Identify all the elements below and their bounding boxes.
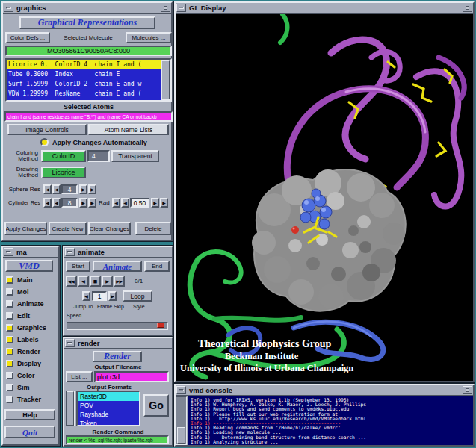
window-menu-icon[interactable] xyxy=(176,4,186,12)
apply-changes-button[interactable]: Apply Changes xyxy=(4,222,47,235)
sidebar-item-tracker[interactable]: Tracker xyxy=(6,394,57,405)
sphere-res-increment-icon[interactable]: ▶ xyxy=(88,184,96,194)
rep-list-scrollbar[interactable] xyxy=(161,60,170,100)
render-titlebar[interactable]: render xyxy=(64,338,172,349)
rad-decrement-icon[interactable]: ◀ xyxy=(112,198,120,208)
sidebar-item-graphics[interactable]: Graphics xyxy=(6,323,57,333)
tab-image-controls[interactable]: Image Controls xyxy=(7,124,87,135)
sidebar-item-main[interactable]: Main xyxy=(6,275,57,285)
stop-icon[interactable]: ■ xyxy=(90,276,101,287)
menu-item-label: Graphics xyxy=(17,324,46,332)
frame-increment-icon[interactable]: ▶ xyxy=(108,291,117,301)
console-scroll-thumb[interactable] xyxy=(177,427,185,444)
selected-molecule-field[interactable]: MO305861C90050AC8:000 xyxy=(5,46,172,56)
cylinder-res-value[interactable]: 8 xyxy=(61,198,78,208)
delete-button[interactable]: Delete xyxy=(135,222,171,235)
rep-list-scroll-thumb[interactable] xyxy=(161,60,170,99)
speed-slider-thumb[interactable] xyxy=(157,323,164,328)
help-button[interactable]: Help xyxy=(4,409,55,420)
format-option[interactable]: Rayshade xyxy=(78,410,139,419)
rewind-icon[interactable]: ◀◀ xyxy=(66,276,77,287)
window-menu-icon[interactable] xyxy=(4,248,13,256)
maximize-icon[interactable] xyxy=(161,4,170,12)
color-defs-button[interactable]: Color Defs ... xyxy=(5,32,50,43)
rad-increment-icon[interactable]: ▶ xyxy=(160,198,168,208)
cylinder-res-increment-icon[interactable]: ▶ xyxy=(88,198,96,208)
output-filename-field[interactable]: plot.r3d xyxy=(94,371,169,382)
main-titlebar[interactable]: ma xyxy=(3,247,58,258)
console-output[interactable]: Info 1) vmd for IRIX5, version 1.1b (Sep… xyxy=(188,396,473,445)
sidebar-item-render[interactable]: Render xyxy=(6,346,57,357)
speed-slider[interactable] xyxy=(67,322,168,330)
sidebar-item-animate[interactable]: Animate xyxy=(6,299,57,309)
fast-forward-icon[interactable]: ▶▶ xyxy=(114,276,125,287)
graphics-window: graphics Graphical Representations Color… xyxy=(1,1,173,241)
rad-increment-icon[interactable]: ▶ xyxy=(151,198,159,208)
play-icon[interactable]: ▶ xyxy=(102,276,113,287)
rad-decrement-icon[interactable]: ◀ xyxy=(121,198,129,208)
representation-row[interactable]: VDW 1.29999 ResName chain E and ( xyxy=(7,89,161,99)
tab-atom-name-lists[interactable]: Atom Name Lists xyxy=(88,124,169,135)
menu-item-label: Sim xyxy=(17,384,30,391)
filename-list-button[interactable]: List ... xyxy=(66,371,93,382)
frame-skip-value[interactable]: 1 xyxy=(92,291,107,301)
console-titlebar[interactable]: vmd console xyxy=(176,385,473,396)
window-menu-icon[interactable] xyxy=(65,248,75,256)
window-menu-icon[interactable] xyxy=(65,339,75,347)
menu-dash-icon xyxy=(179,389,184,391)
maximize-icon[interactable] xyxy=(463,4,472,12)
window-menu-icon[interactable] xyxy=(176,386,186,394)
cylinder-res-increment-icon[interactable]: ▶ xyxy=(79,198,87,208)
sphere-res-value[interactable]: 4 xyxy=(61,184,78,194)
render-command-field[interactable]: render < %s -sgi %s.rgb; ipaste %s.rgb xyxy=(66,435,169,444)
rad-label: Rad xyxy=(99,199,111,206)
coloring-method-button[interactable]: ColorID xyxy=(41,150,86,162)
sidebar-item-mol[interactable]: Mol xyxy=(6,287,57,297)
formats-list[interactable]: Raster3D POV Rayshade Token xyxy=(76,391,140,426)
graphics-titlebar[interactable]: graphics xyxy=(3,3,171,14)
sidebar-item-labels[interactable]: Labels xyxy=(6,335,57,345)
clear-changes-button[interactable]: Clear Changes xyxy=(88,222,131,235)
step-back-icon[interactable]: ◀ xyxy=(78,276,89,287)
colorid-value-field[interactable]: 4 xyxy=(87,150,110,162)
format-option[interactable]: Raster3D xyxy=(78,392,139,401)
console-scrollbar[interactable] xyxy=(176,396,187,445)
drawing-method-button[interactable]: Licorice xyxy=(41,167,86,178)
representations-list[interactable]: Licorice 0. ColorID 4 chain I and ( Tube… xyxy=(5,58,172,102)
sidebar-item-display[interactable]: Display xyxy=(6,358,57,369)
animate-end-button[interactable]: End xyxy=(144,261,170,272)
apply-auto-radio-icon[interactable] xyxy=(40,138,49,146)
cylinder-res-decrement-icon[interactable]: ◀ xyxy=(43,198,52,208)
format-option[interactable]: POV xyxy=(78,401,139,410)
representation-row[interactable]: Tube 0.3000 Index chain E xyxy=(7,69,161,79)
rad-value[interactable]: 0.50 xyxy=(130,198,149,208)
molecules-button[interactable]: Molecules ... xyxy=(126,32,172,43)
animate-titlebar[interactable]: animate xyxy=(64,247,172,258)
atom-selection-field[interactable]: chain I and (same residue as name "S.*")… xyxy=(4,111,173,122)
formats-scroll-thumb[interactable] xyxy=(67,391,74,426)
sidebar-item-edit[interactable]: Edit xyxy=(6,311,57,321)
sphere-res-decrement-icon[interactable]: ◀ xyxy=(43,184,52,194)
frame-decrement-icon[interactable]: ◀ xyxy=(82,291,90,301)
sidebar-item-color[interactable]: Color xyxy=(6,370,57,381)
go-button[interactable]: Go xyxy=(143,394,169,417)
cylinder-res-decrement-icon[interactable]: ◀ xyxy=(52,198,61,208)
create-new-button[interactable]: Create New xyxy=(49,222,87,235)
gl-viewport[interactable]: Theoretical Biophysics Group Beckman Ins… xyxy=(176,14,473,381)
maximize-icon[interactable] xyxy=(463,386,472,394)
formats-scrollbar[interactable] xyxy=(66,391,75,426)
sphere-res-increment-icon[interactable]: ▶ xyxy=(79,184,87,194)
representation-row[interactable]: Surf 1.5999 ColorID 2 chain E and w xyxy=(7,79,161,89)
apply-auto-row[interactable]: Apply Changes Automatically xyxy=(40,137,147,147)
sidebar-item-sim[interactable]: Sim xyxy=(6,382,57,393)
gl-display-titlebar[interactable]: GL Display xyxy=(176,3,473,14)
loop-menu-button[interactable]: Loop xyxy=(123,290,152,302)
style-label: Style xyxy=(133,304,145,309)
window-menu-icon[interactable] xyxy=(4,4,13,12)
format-option[interactable]: Token xyxy=(78,419,139,426)
representation-row[interactable]: Licorice 0. ColorID 4 chain I and ( xyxy=(7,60,161,69)
quit-button[interactable]: Quit xyxy=(4,426,55,438)
animate-start-button[interactable]: Start xyxy=(66,261,90,272)
transparent-button[interactable]: Transparent xyxy=(111,150,159,162)
sphere-res-decrement-icon[interactable]: ◀ xyxy=(52,184,61,194)
